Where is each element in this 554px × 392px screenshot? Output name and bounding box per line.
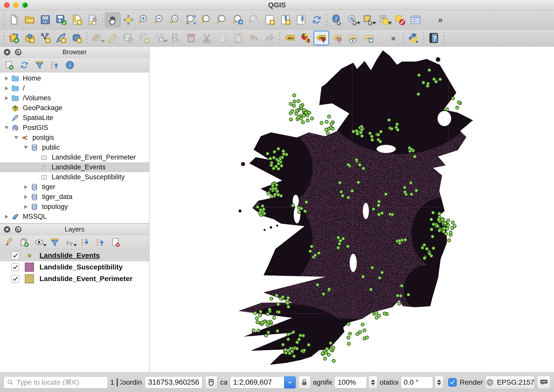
bookmark-manager-button[interactable] bbox=[293, 12, 309, 27]
expander-closed-icon[interactable] bbox=[2, 76, 11, 81]
expand-all-button[interactable] bbox=[78, 236, 92, 248]
browser-item-landslide-susceptibility[interactable]: Landslide_Susceptibility bbox=[0, 172, 149, 182]
remove-layer-button[interactable] bbox=[109, 236, 122, 248]
layer-visibility-checkbox[interactable] bbox=[11, 263, 19, 271]
dropdown-arrow-icon[interactable] bbox=[101, 40, 105, 43]
browser-item-geopackage[interactable]: GeoPackage bbox=[0, 103, 149, 113]
new-virtual-layer-button[interactable] bbox=[69, 31, 85, 45]
browser-item-mssql[interactable]: MSSQL bbox=[0, 212, 149, 222]
dropdown-arrow-icon[interactable] bbox=[43, 244, 47, 246]
browser-item-item[interactable]: / bbox=[0, 83, 149, 93]
copy-features-button[interactable] bbox=[215, 31, 230, 45]
save-project-button[interactable] bbox=[37, 12, 53, 27]
delete-selected-button[interactable] bbox=[183, 31, 199, 45]
toggle-editing-button[interactable] bbox=[105, 31, 121, 45]
highlight-pinned-labels-button[interactable]: ab bbox=[329, 31, 345, 45]
messages-button[interactable] bbox=[537, 376, 550, 389]
layer-item-landslide-events[interactable]: Landslide_Events bbox=[0, 250, 149, 261]
move-label-button[interactable]: abc bbox=[361, 31, 376, 45]
deselect-all-button[interactable] bbox=[392, 12, 408, 27]
select-by-value-button[interactable] bbox=[376, 12, 392, 27]
zoom-last-button[interactable] bbox=[230, 12, 246, 27]
dropdown-arrow-icon[interactable] bbox=[372, 22, 376, 25]
current-edits-button[interactable] bbox=[89, 31, 105, 45]
save-project-as-button[interactable] bbox=[53, 12, 69, 27]
zoom-to-selection-button[interactable] bbox=[199, 12, 215, 27]
select-features-button[interactable] bbox=[361, 12, 376, 27]
render-checkbox[interactable]: Render bbox=[448, 378, 483, 387]
properties-button[interactable]: i bbox=[63, 59, 76, 71]
show-hide-labels-button[interactable]: abc bbox=[345, 31, 361, 45]
rotation-stepper[interactable] bbox=[434, 376, 444, 389]
manage-map-themes-button[interactable] bbox=[33, 236, 46, 248]
collapse-all-browser-button[interactable] bbox=[48, 59, 61, 71]
float-panel-icon[interactable] bbox=[14, 48, 22, 56]
close-panel-icon[interactable] bbox=[3, 225, 11, 233]
layer-labeling-button[interactable]: abc bbox=[282, 31, 298, 45]
layer-item-landslide-event-perimeter[interactable]: Landslide_Event_Perimeter bbox=[0, 273, 149, 285]
pan-to-selection-button[interactable] bbox=[121, 12, 136, 27]
browser-item-postgis[interactable]: PostGIS bbox=[0, 123, 149, 133]
rotation-spinbox[interactable]: 0.0 ° bbox=[401, 376, 444, 389]
map-canvas[interactable] bbox=[149, 47, 554, 372]
run-feature-action-button[interactable] bbox=[345, 12, 361, 27]
add-group-button[interactable] bbox=[18, 236, 31, 248]
browser-item-item[interactable] bbox=[0, 222, 149, 223]
paste-features-button[interactable] bbox=[230, 31, 246, 45]
close-window-button[interactable] bbox=[4, 2, 10, 8]
data-source-manager-button[interactable] bbox=[6, 31, 22, 45]
add-selected-layers-button[interactable] bbox=[3, 59, 16, 71]
browser-item-home[interactable]: Home bbox=[0, 73, 149, 83]
layer-visibility-checkbox[interactable] bbox=[11, 251, 19, 260]
modify-attributes-button[interactable] bbox=[168, 31, 183, 45]
browser-item-landslide-events[interactable]: Landslide_Events bbox=[0, 162, 149, 172]
new-print-layout-button[interactable] bbox=[69, 12, 85, 27]
zoom-out-button[interactable] bbox=[152, 12, 168, 27]
show-bookmarks-button[interactable] bbox=[278, 12, 293, 27]
new-geopackage-layer-button[interactable] bbox=[22, 31, 37, 45]
coordinate-extent-toggle-button[interactable] bbox=[205, 376, 217, 389]
filter-legend-button[interactable] bbox=[48, 236, 61, 248]
zoom-in-button[interactable] bbox=[136, 12, 152, 27]
expander-open-icon[interactable] bbox=[21, 146, 30, 149]
browser-item-landslide-event-perimeter[interactable]: Landslide_Event_Perimeter bbox=[0, 152, 149, 162]
new-project-button[interactable] bbox=[6, 12, 22, 27]
crs-status-button[interactable]: EPSG:2157 bbox=[485, 376, 535, 389]
dropdown-arrow-icon[interactable] bbox=[388, 22, 392, 25]
add-point-feature-button[interactable] bbox=[136, 31, 152, 45]
python-console-button[interactable] bbox=[406, 31, 421, 45]
layer-diagrams-button[interactable] bbox=[298, 31, 313, 45]
expander-closed-icon[interactable] bbox=[2, 96, 11, 100]
browser-item-postgis[interactable]: postgis bbox=[0, 133, 149, 143]
magnifier-stepper[interactable] bbox=[368, 376, 378, 389]
dropdown-arrow-icon[interactable] bbox=[73, 244, 77, 246]
dropdown-arrow-icon[interactable] bbox=[357, 22, 361, 25]
open-layer-styling-button[interactable] bbox=[3, 236, 16, 248]
float-panel-icon[interactable] bbox=[14, 225, 22, 233]
layer-item-landslide-susceptibility[interactable]: Landslide_Susceptibility bbox=[0, 261, 149, 273]
layer-visibility-checkbox[interactable] bbox=[11, 275, 19, 283]
lock-scale-button[interactable] bbox=[298, 376, 311, 389]
expander-closed-icon[interactable] bbox=[21, 205, 30, 209]
pan-map-button[interactable] bbox=[105, 12, 121, 27]
pin-labels-button[interactable]: ab bbox=[313, 31, 329, 45]
redo-button[interactable] bbox=[262, 31, 278, 45]
zoom-full-button[interactable] bbox=[183, 12, 199, 27]
chevron-down-icon[interactable] bbox=[284, 376, 296, 388]
browser-item-volumes[interactable]: /Volumes bbox=[0, 93, 149, 103]
browser-item-spatialite[interactable]: SpatiaLite bbox=[0, 113, 149, 123]
cut-features-button[interactable] bbox=[199, 31, 215, 45]
new-shapefile-layer-button[interactable] bbox=[37, 31, 53, 45]
refresh-map-button[interactable] bbox=[309, 12, 325, 27]
render-check-icon[interactable] bbox=[448, 378, 457, 387]
filter-by-expression-button[interactable]: ε bbox=[63, 236, 76, 248]
expander-closed-icon[interactable] bbox=[21, 195, 30, 199]
locator-search-input[interactable]: Type to locate (⌘K) bbox=[4, 376, 108, 388]
expander-open-icon[interactable] bbox=[2, 126, 11, 129]
expander-closed-icon[interactable] bbox=[2, 215, 11, 219]
identify-features-button[interactable]: i bbox=[329, 12, 345, 27]
toolbar2-overflow-button[interactable]: » bbox=[385, 31, 401, 45]
filter-browser-button[interactable] bbox=[33, 59, 46, 71]
new-bookmark-button[interactable] bbox=[262, 12, 278, 27]
expander-closed-icon[interactable] bbox=[21, 185, 30, 189]
